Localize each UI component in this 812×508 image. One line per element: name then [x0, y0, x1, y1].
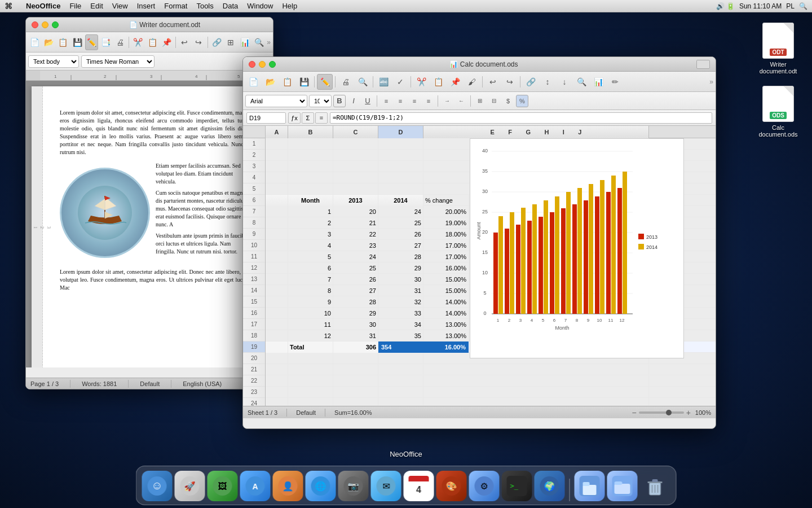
cell-e9[interactable]: 18.00%: [423, 229, 469, 240]
pdf2-btn[interactable]: 🖨: [113, 34, 126, 50]
cell-d20[interactable]: [378, 353, 423, 364]
calc-draw[interactable]: ✏: [607, 74, 623, 90]
cell-b6[interactable]: Month: [288, 195, 333, 206]
col-header-e-plus[interactable]: E F G H I J: [423, 126, 649, 138]
cell-b8[interactable]: 2: [288, 217, 333, 229]
table-btn[interactable]: ⊞: [224, 34, 237, 50]
cell-e22-plus[interactable]: [423, 375, 649, 387]
dock-terminal[interactable]: >_: [502, 471, 532, 501]
calc-undo[interactable]: ↩: [485, 74, 501, 90]
cell-b11[interactable]: 5: [288, 251, 333, 262]
calc-font-select[interactable]: Arial: [245, 95, 307, 107]
ods-desktop-icon[interactable]: ODS Calcdocument.ods: [756, 86, 801, 138]
copy-btn[interactable]: 📋: [145, 34, 158, 50]
cell-e18[interactable]: 13.00%: [423, 330, 469, 341]
cell-a16[interactable]: [266, 308, 288, 319]
cell-c6[interactable]: 2013: [333, 195, 378, 206]
cell-c5[interactable]: [333, 183, 378, 195]
dock-settings[interactable]: ⚙: [469, 471, 500, 501]
calc-percent[interactable]: %: [516, 95, 528, 107]
pdf-btn[interactable]: 📑: [99, 34, 112, 50]
dock-contacts[interactable]: 👤: [273, 471, 303, 501]
cell-b15[interactable]: 9: [288, 296, 333, 308]
calc-edit-mode[interactable]: ✏️: [317, 74, 333, 90]
cell-b10[interactable]: 4: [288, 240, 333, 251]
cut-btn[interactable]: ✂️: [131, 34, 144, 50]
menubar-window[interactable]: Window: [247, 2, 273, 10]
calc-ltr[interactable]: →: [441, 95, 453, 107]
menubar-edit[interactable]: Edit: [90, 2, 103, 10]
dock-trash[interactable]: [640, 471, 670, 501]
cell-d11[interactable]: 28: [378, 251, 423, 262]
cell-d13[interactable]: 30: [378, 274, 423, 285]
cell-e21-plus[interactable]: [423, 364, 649, 375]
cell-c1[interactable]: [333, 138, 378, 150]
cell-d6[interactable]: 2014: [378, 195, 423, 206]
cell-a20[interactable]: [266, 353, 288, 364]
cell-a19[interactable]: [266, 341, 288, 353]
dock-appstore[interactable]: A: [240, 471, 271, 501]
cell-a3[interactable]: [266, 161, 288, 172]
cell-c14[interactable]: 27: [333, 285, 378, 296]
calc-paste[interactable]: 📌: [447, 74, 463, 90]
cell-b12[interactable]: 6: [288, 262, 333, 274]
cell-b7[interactable]: 1: [288, 206, 333, 217]
cell-a15[interactable]: [266, 296, 288, 308]
cell-b16[interactable]: 10: [288, 308, 333, 319]
cell-b4[interactable]: [288, 172, 333, 183]
col-header-c[interactable]: C: [333, 126, 378, 138]
cell-c20[interactable]: [333, 353, 378, 364]
cell-c16[interactable]: 29: [333, 308, 378, 319]
calc-align-center[interactable]: ≡: [394, 95, 407, 107]
paste-btn[interactable]: 📌: [160, 34, 173, 50]
menubar-data[interactable]: Data: [223, 2, 238, 10]
cell-d12[interactable]: 29: [378, 262, 423, 274]
writer-doc-area[interactable]: 1 2 3 Lorem ipsum dolor sit amet, consec…: [26, 81, 273, 367]
cell-e8[interactable]: 19.00%: [423, 217, 469, 229]
calc-findbar[interactable]: 🔍: [573, 74, 589, 90]
cell-b14[interactable]: 8: [288, 285, 333, 296]
cell-e10[interactable]: 17.00%: [423, 240, 469, 251]
cell-b2[interactable]: [288, 150, 333, 161]
cell-d15[interactable]: 32: [378, 296, 423, 308]
col-header-a[interactable]: A: [266, 126, 288, 138]
dock-folder2[interactable]: [607, 471, 638, 501]
writer-tb-expand[interactable]: »: [267, 38, 271, 46]
odt-desktop-icon[interactable]: ODT Writerdocument.odt: [756, 23, 801, 75]
cell-c7[interactable]: 20: [333, 206, 378, 217]
cell-c17[interactable]: 30: [333, 319, 378, 330]
cell-c4[interactable]: [333, 172, 378, 183]
calc-link[interactable]: 🔗: [523, 74, 539, 90]
formula-sum-btn[interactable]: Σ: [302, 112, 314, 124]
cell-a18[interactable]: [266, 330, 288, 341]
cell-a1[interactable]: [266, 138, 288, 150]
cell-a14[interactable]: [266, 285, 288, 296]
dock-neooffice-photos[interactable]: 🎨: [436, 471, 467, 501]
cell-d17[interactable]: 34: [378, 319, 423, 330]
cell-d5[interactable]: [378, 183, 423, 195]
calc-close-button[interactable]: [249, 61, 255, 68]
cell-d4[interactable]: [378, 172, 423, 183]
cell-e11[interactable]: 17.00%: [423, 251, 469, 262]
menubar-format[interactable]: Format: [164, 2, 187, 10]
dock-safari[interactable]: 🌐: [306, 471, 336, 501]
cell-e14[interactable]: 15.00%: [423, 285, 469, 296]
cell-a17[interactable]: [266, 319, 288, 330]
cell-c3[interactable]: [333, 161, 378, 172]
calc-chart-btn[interactable]: 📊: [590, 74, 606, 90]
chart-btn[interactable]: 📊: [239, 34, 251, 50]
cell-a4[interactable]: [266, 172, 288, 183]
dock-mail[interactable]: ✉: [371, 471, 401, 501]
cell-c10[interactable]: 23: [333, 240, 378, 251]
link-btn[interactable]: 🔗: [210, 34, 223, 50]
cell-e24-plus[interactable]: [423, 398, 649, 406]
cell-reference[interactable]: D19: [246, 112, 286, 124]
menubar-neooffice[interactable]: NeoOffice: [26, 2, 60, 10]
cell-c11[interactable]: 24: [333, 251, 378, 262]
cell-d19[interactable]: 354: [378, 341, 423, 353]
writer-minimize-button[interactable]: [42, 21, 48, 28]
undo-btn[interactable]: ↩: [178, 34, 191, 50]
cell-a23[interactable]: [266, 387, 288, 398]
calc-maximize-button[interactable]: [269, 61, 276, 68]
cell-a24[interactable]: [266, 398, 288, 406]
